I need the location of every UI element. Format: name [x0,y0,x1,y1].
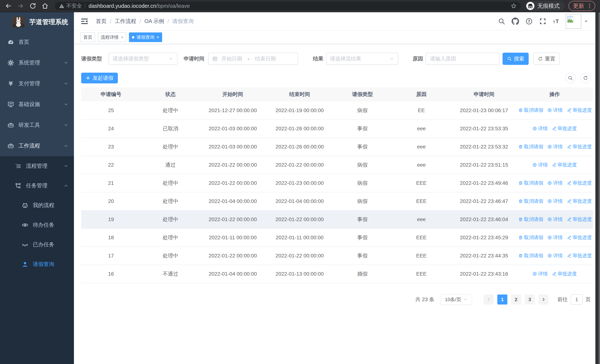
detail-link[interactable]: 详情 [532,271,548,277]
progress-link[interactable]: 审批进度 [567,234,592,241]
cell-actions: 详情审批进度 [516,265,593,283]
sidebar-item-6[interactable]: 流程管理 [0,156,74,176]
sidebar-item-4[interactable]: 研发工具 [0,115,74,135]
page-button-2[interactable]: 2 [511,295,521,305]
cell-id: 16 [81,265,141,283]
logo[interactable]: 芋道管理系统 [0,12,74,32]
help-icon[interactable]: ? [525,18,533,25]
page-size-select[interactable]: 10条/页 [440,294,472,305]
back-icon[interactable] [5,2,12,9]
cell-status: 不通过 [141,265,200,283]
chevron-up-icon [64,143,68,148]
avatar[interactable] [566,14,581,29]
cell-apply_time: 2022-01-22 23:44:35 [452,247,516,265]
prev-page-button[interactable] [484,295,494,305]
detail-link[interactable]: 详情 [547,180,563,186]
progress-link[interactable]: 审批进度 [567,180,592,186]
progress-link[interactable]: 审批进度 [552,162,577,168]
home-icon[interactable] [41,2,48,9]
leave-type-select[interactable]: 请选择请假类型 [109,53,178,65]
table-refresh-button[interactable] [580,73,591,83]
sidebar-item-7[interactable]: 任务管理 [0,176,74,196]
detail-link[interactable]: 详情 [547,252,563,259]
sidebar-item-11[interactable]: 请假查询 [0,254,74,274]
detail-link[interactable]: 详情 [547,216,563,223]
search-button[interactable]: 搜索 [503,53,529,65]
breadcrumb-item-2[interactable]: OA 示例 [144,18,164,25]
sidebar-item-3[interactable]: 基础设施 [0,94,74,115]
goto-page-input[interactable]: 1 [571,294,582,305]
detail-link[interactable]: 详情 [547,107,563,113]
cell-type: 事假 [334,210,391,229]
progress-link-label: 审批进度 [572,107,592,113]
apply-time-range-picker[interactable]: 开始日期 - 结束日期 [208,53,298,65]
reset-button[interactable]: 重置 [534,53,560,65]
cancel-leave-link[interactable]: 取消请假 [518,234,543,241]
detail-link[interactable]: 详情 [547,143,563,150]
github-icon[interactable] [512,18,519,25]
sidebar-item-0[interactable]: 首页 [0,32,74,52]
progress-link[interactable]: 审批进度 [552,125,577,132]
detail-link-label: 详情 [538,271,548,277]
cell-actions: 详情审批进度 [516,156,593,174]
sidebar-item-5[interactable]: 工作流程 [0,135,74,156]
cell-start: 2022-01-11 00:00:00 [200,229,265,247]
sidebar-item-label: 研发工具 [19,121,40,129]
page-button-3[interactable]: 3 [525,295,535,305]
cancel-leave-link[interactable]: 取消请假 [518,198,543,205]
create-leave-button[interactable]: 发起请假 [81,73,118,84]
eye-closed-icon [22,241,28,248]
font-size-icon[interactable]: TT [553,18,560,25]
detail-link[interactable]: 详情 [532,162,548,168]
sidebar-item-9[interactable]: 待办任务 [0,215,74,235]
progress-link[interactable]: 审批进度 [567,143,592,150]
cell-id: 23 [81,138,141,156]
table-row: 25处理中2021-12-27 00:00:002022-01-19 00:00… [81,101,593,120]
tab-1[interactable]: 流程详情× [98,32,126,42]
tab-0[interactable]: 首页 [80,32,95,42]
detail-link[interactable]: 详情 [532,125,548,132]
tab-2[interactable]: 请假查询× [129,32,162,42]
cell-actions: 取消请假详情审批进度 [516,138,593,156]
url-bar[interactable]: 不安全 dashboard.yudao.iocoder.cn/bpm/oa/le… [55,2,521,10]
progress-link[interactable]: 审批进度 [567,252,592,259]
reason-input[interactable]: 请输入原因 [426,53,500,65]
update-button[interactable]: 更新 [569,1,595,11]
sidebar-item-8[interactable]: 我的流程 [0,196,74,215]
sidebar-item-10[interactable]: 已办任务 [0,235,74,254]
fullscreen-icon[interactable] [539,18,546,25]
progress-link[interactable]: 审批进度 [567,216,592,223]
close-icon[interactable]: × [121,35,123,40]
search-icon[interactable] [498,18,505,25]
sidebar-item-1[interactable]: 系统管理 [0,52,74,73]
table-search-button[interactable] [565,73,576,83]
bookmark-star-icon[interactable] [511,3,517,9]
cell-apply_time: 2022-01-22 23:46:04 [452,210,516,229]
detail-link[interactable]: 详情 [547,234,563,241]
breadcrumb-item-1[interactable]: 工作流程 [115,18,136,25]
detail-link[interactable]: 详情 [547,198,563,205]
collapse-sidebar-icon[interactable] [81,18,88,25]
close-icon[interactable]: × [157,35,159,40]
forward-icon[interactable] [17,2,24,9]
breadcrumb-item-0[interactable]: 首页 [96,18,107,25]
caret-down-icon[interactable] [583,19,589,24]
progress-link[interactable]: 审批进度 [567,107,592,113]
reload-icon[interactable] [29,2,36,9]
progress-link-label: 审批进度 [572,143,592,150]
view-icon [532,163,537,167]
sidebar-item-2[interactable]: ¥支付管理 [0,73,74,94]
next-page-button[interactable] [538,295,548,305]
kebab-menu-icon[interactable] [587,3,592,9]
cancel-leave-link[interactable]: 取消请假 [518,252,543,259]
cancel-leave-link[interactable]: 取消请假 [518,143,543,150]
cell-status: 处理中 [141,101,200,120]
table-row: 18处理中2022-01-11 00:00:002022-01-11 00:00… [81,229,593,247]
cancel-leave-link[interactable]: 取消请假 [518,216,543,223]
result-select[interactable]: 请选择流结果 [326,53,398,65]
page-button-1[interactable]: 1 [497,295,507,305]
progress-link[interactable]: 审批进度 [567,198,592,205]
progress-link[interactable]: 审批进度 [552,271,577,277]
cancel-leave-link[interactable]: 取消请假 [518,107,543,113]
cancel-leave-link[interactable]: 取消请假 [518,180,543,186]
